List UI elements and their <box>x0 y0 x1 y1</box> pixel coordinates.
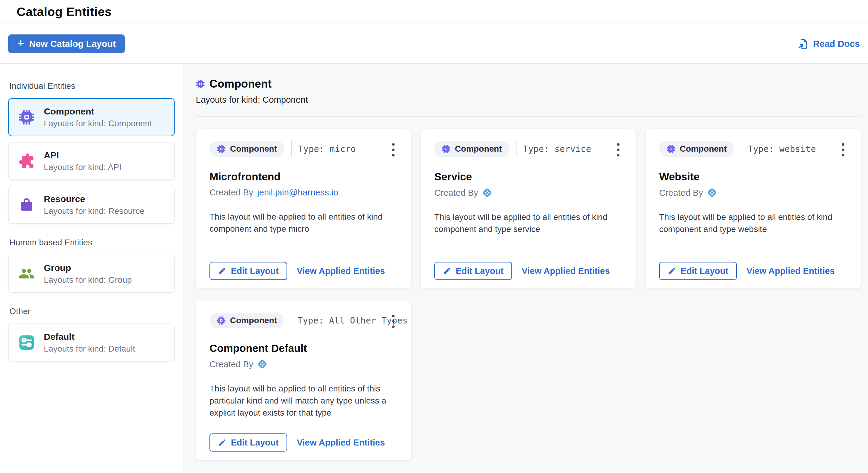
sidebar-item-title: API <box>44 150 122 160</box>
card-actions: Edit Layout View Applied Entities <box>434 262 610 280</box>
heading-divider <box>196 116 861 116</box>
pencil-icon <box>218 267 226 275</box>
sliders-icon <box>19 334 35 351</box>
created-by: Created By jenil.jain@harness.io <box>210 188 397 198</box>
sidebar-item-api[interactable]: API Layouts for kind: API <box>8 142 175 180</box>
view-applied-entities-link[interactable]: View Applied Entities <box>297 266 385 276</box>
layout-card-service: Component Type: service Service Created … <box>421 129 636 289</box>
edit-layout-button[interactable]: Edit Layout <box>210 433 287 451</box>
entity-kind-sidebar: Individual Entities Component Layouts fo… <box>0 64 183 472</box>
kind-heading: Component <box>196 78 868 90</box>
sidebar-item-subtitle: Layouts for kind: API <box>44 163 122 172</box>
kind-badge: Component <box>434 141 509 157</box>
sidebar-section: Individual Entities Component Layouts fo… <box>8 81 175 224</box>
created-by-label: Created By <box>210 188 253 198</box>
type-label: Type: service <box>523 144 591 154</box>
edit-layout-button[interactable]: Edit Layout <box>659 262 737 280</box>
sidebar-sections: Individual Entities Component Layouts fo… <box>8 81 175 362</box>
sidebar-section-label: Individual Entities <box>9 81 175 91</box>
new-catalog-layout-button[interactable]: + New Catalog Layout <box>8 34 125 53</box>
badge-divider <box>516 140 517 157</box>
card-menu-button[interactable] <box>386 311 400 331</box>
edit-layout-button[interactable]: Edit Layout <box>210 262 287 280</box>
kind-badge-label: Component <box>230 144 277 154</box>
kind-badge: Component <box>210 141 284 157</box>
edit-layout-label: Edit Layout <box>456 266 503 276</box>
created-by: Created By <box>210 359 397 369</box>
created-by-label: Created By <box>434 188 478 198</box>
edit-layout-button[interactable]: Edit Layout <box>434 262 512 280</box>
sidebar-item-title: Resource <box>44 194 145 204</box>
puzzle-icon <box>19 153 35 169</box>
card-badge-row: Component Type: service <box>434 140 622 157</box>
created-by: Created By <box>434 188 622 198</box>
card-menu-button[interactable] <box>836 140 850 160</box>
kind-heading-subtitle: Layouts for kind: Component <box>196 95 868 105</box>
kebab-icon <box>392 143 395 157</box>
sidebar-item-group[interactable]: Group Layouts for kind: Group <box>8 255 175 293</box>
view-applied-entities-link[interactable]: View Applied Entities <box>746 266 835 276</box>
card-menu-button[interactable] <box>386 140 400 160</box>
chip-icon <box>441 144 451 154</box>
sidebar-item-subtitle: Layouts for kind: Component <box>44 119 152 128</box>
card-badge-row: Component Type: website <box>659 140 847 157</box>
kind-badge-label: Component <box>455 144 502 154</box>
kebab-icon <box>841 143 845 157</box>
page-header: Catalog Entities <box>0 0 868 24</box>
card-title: Website <box>659 171 847 183</box>
group-icon <box>19 266 35 282</box>
kind-badge-label: Component <box>230 316 277 325</box>
sidebar-item-title: Component <box>44 106 152 116</box>
card-title: Microfrontend <box>210 171 397 183</box>
sidebar-item-subtitle: Layouts for kind: Group <box>44 275 132 285</box>
card-menu-button[interactable] <box>611 140 625 160</box>
content-split: Individual Entities Component Layouts fo… <box>0 64 868 472</box>
created-by-label: Created By <box>210 360 253 369</box>
type-label: Type: micro <box>298 144 356 154</box>
sidebar-section: Human based Entities Group Layouts for k… <box>8 238 175 293</box>
sidebar-section-label: Human based Entities <box>9 238 175 247</box>
sidebar-item-component[interactable]: Component Layouts for kind: Component <box>8 98 175 136</box>
kind-badge: Component <box>210 313 284 328</box>
badge-divider <box>741 140 741 157</box>
created-by-link[interactable]: jenil.jain@harness.io <box>257 188 338 198</box>
card-actions: Edit Layout View Applied Entities <box>210 433 385 451</box>
card-actions: Edit Layout View Applied Entities <box>210 262 385 280</box>
layout-card-microfrontend: Component Type: micro Microfrontend Crea… <box>196 129 411 289</box>
card-description: This layout will be applied to all entit… <box>434 211 622 235</box>
pencil-icon <box>218 438 226 447</box>
view-applied-entities-link[interactable]: View Applied Entities <box>297 438 385 448</box>
chip-icon <box>666 144 676 154</box>
card-title: Component Default <box>210 342 397 354</box>
kind-heading-title: Component <box>210 78 272 90</box>
sidebar-item-resource[interactable]: Resource Layouts for kind: Resource <box>8 186 175 224</box>
view-applied-entities-link[interactable]: View Applied Entities <box>522 266 610 276</box>
card-badge-row: Component Type: All Other Types <box>210 312 397 329</box>
sidebar-item-default[interactable]: Default Layouts for kind: Default <box>8 324 175 362</box>
read-docs-label: Read Docs <box>813 39 860 49</box>
pencil-icon <box>443 267 451 275</box>
bag-icon <box>19 197 35 213</box>
read-docs-icon <box>797 38 809 49</box>
chip-icon <box>217 316 226 325</box>
edit-layout-label: Edit Layout <box>231 438 279 448</box>
badge-divider <box>291 140 292 157</box>
card-actions: Edit Layout View Applied Entities <box>659 262 835 280</box>
sidebar-item-title: Group <box>44 263 132 273</box>
kebab-icon <box>392 314 395 328</box>
harness-icon <box>482 188 492 198</box>
sidebar-item-subtitle: Layouts for kind: Resource <box>44 206 145 216</box>
kind-badge-label: Component <box>680 144 727 154</box>
created-by: Created By <box>659 188 847 198</box>
edit-layout-label: Edit Layout <box>231 266 279 276</box>
toolbar: + New Catalog Layout Read Docs <box>0 24 868 64</box>
layouts-panel: Component Layouts for kind: Component Co… <box>183 64 868 472</box>
created-by-label: Created By <box>659 188 703 198</box>
card-description: This layout will be applied to all entit… <box>210 211 397 235</box>
card-title: Service <box>434 171 622 183</box>
pencil-icon <box>668 267 676 275</box>
card-description: This layout will be applied to all entit… <box>210 383 397 419</box>
read-docs-link[interactable]: Read Docs <box>797 38 860 49</box>
card-description: This layout will be applied to all entit… <box>659 211 847 235</box>
harness-icon <box>257 359 268 369</box>
